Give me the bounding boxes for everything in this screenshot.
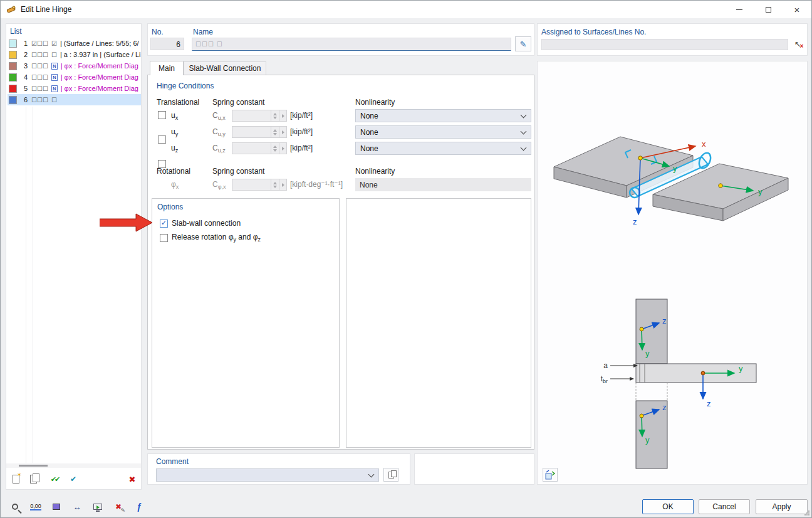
ok-button[interactable]: OK	[642, 499, 694, 514]
scrollbar-thumb[interactable]	[19, 465, 48, 467]
detail-arrow-icon	[282, 130, 284, 134]
uy-checkbox[interactable]	[158, 135, 166, 144]
unit-label: [kip/ft²]	[290, 144, 313, 152]
delete-annotation-button[interactable]: ✖✎	[110, 499, 127, 515]
axis-label-z: z	[633, 217, 637, 226]
detail-arrow-icon	[282, 114, 284, 118]
double-check-icon: ✔✔	[51, 475, 58, 484]
spring-constant-header: Spring constant	[212, 167, 264, 176]
zoom-select-button[interactable]	[7, 499, 23, 515]
edit-name-button[interactable]: ✎	[515, 36, 531, 51]
list-item[interactable]: 4 ☐☐☐ N | φx : Force/Moment Diag	[8, 71, 141, 83]
chevron-down-icon	[368, 471, 375, 477]
cancel-button[interactable]: Cancel	[699, 499, 750, 514]
hinge-color-swatch	[9, 96, 17, 104]
tab-main[interactable]: Main	[150, 61, 184, 75]
comment-side-panel	[414, 453, 534, 485]
dof-checkboxes[interactable]: ☑☐☐	[31, 40, 48, 47]
spring-constant-symbol: Cu,y	[212, 127, 226, 137]
list-item-selected[interactable]: 6 ☐☐☐ ☐	[8, 94, 141, 105]
list-item[interactable]: 5 ☐☐☐ N | φx : Force/Moment Diag	[8, 83, 141, 94]
spin-up-icon[interactable]	[273, 113, 277, 115]
ux-checkbox[interactable]	[158, 111, 166, 119]
toggle-graphic-button[interactable]	[543, 468, 558, 482]
hinge-color-swatch	[9, 51, 17, 59]
release-rotation-checkbox[interactable]	[160, 234, 168, 242]
nonlinearity-header: Nonlinearity	[355, 98, 395, 107]
comment-combobox[interactable]	[156, 468, 379, 482]
spin-detail-button[interactable]	[279, 127, 286, 137]
dof-checkboxes[interactable]: ☐☐☐	[31, 85, 48, 92]
dof-checkboxes[interactable]: ☐☐☐	[31, 74, 48, 81]
release-rotation-label: Release rotation φy and φz	[172, 233, 261, 243]
spin-detail-button[interactable]	[279, 110, 286, 121]
apply-check-button[interactable]: ✔	[65, 472, 81, 487]
main-tab-content: Hinge Conditions Translational Spring co…	[147, 75, 534, 450]
tab-slab-wall-connection[interactable]: Slab-Wall Connection	[184, 61, 266, 75]
axis-label-y: y	[645, 435, 650, 445]
minimize-button[interactable]	[725, 1, 754, 18]
swap-view-icon	[545, 470, 555, 480]
dof-label-uy: uy	[171, 127, 178, 137]
spring-constant-symbol: Cu,z	[212, 144, 226, 154]
copy-hinge-button[interactable]	[25, 472, 41, 487]
new-document-icon: ✶	[13, 475, 19, 484]
dof-checkboxes[interactable]: ☐☐☐	[31, 97, 48, 103]
resize-grip[interactable]	[804, 510, 810, 516]
unit-label: [kipft·deg⁻¹·ft⁻¹]	[290, 180, 343, 189]
select-all-checks-button[interactable]: ✔✔	[46, 472, 63, 487]
dof-checkboxes[interactable]: ☐☐☐	[31, 51, 48, 58]
list-item[interactable]: 2 ☐☐☐ ☐ | a : 3.937 in | (Surface / Li	[8, 49, 141, 60]
spinner-value	[232, 143, 271, 154]
rendering-toggle-button[interactable]	[48, 499, 65, 515]
nonlinearity-value: None	[360, 128, 521, 137]
spin-up-icon[interactable]	[273, 145, 277, 148]
spin-up-icon[interactable]	[273, 129, 277, 132]
list-panel: List 1 ☑☐☐ ☑ | (Surface / Lines: 5/55; 6…	[6, 23, 142, 490]
name-input[interactable]: ☐☐☐ ☐	[192, 38, 511, 51]
release-rotation-option[interactable]: Release rotation φy and φz	[160, 233, 261, 243]
spin-detail-button[interactable]	[279, 143, 286, 154]
uy-spring-spinner[interactable]	[232, 126, 287, 138]
slab-wall-connection-option[interactable]: Slab-wall connection	[160, 219, 241, 228]
name-part-checkboxes[interactable]: ☐☐☐ ☐	[195, 41, 223, 48]
spinner-value	[232, 179, 271, 190]
extra-checkbox[interactable]: ☐	[51, 51, 57, 58]
decimal-display: 0,00	[30, 503, 41, 511]
list-horizontal-scrollbar[interactable]	[6, 463, 141, 468]
uz-nonlinearity-select[interactable]: None	[355, 142, 531, 155]
list-item[interactable]: 1 ☑☐☐ ☑ | (Surface / Lines: 5/55; 6/	[8, 38, 141, 49]
assigned-input[interactable]	[541, 39, 788, 50]
maximize-button[interactable]	[754, 1, 783, 18]
dof-checkboxes[interactable]: ☐☐☐	[31, 63, 48, 70]
view-in-model-button[interactable]	[90, 499, 106, 515]
function-button[interactable]: ƒ	[131, 499, 147, 515]
uy-nonlinearity-select[interactable]: None	[355, 125, 531, 139]
ux-nonlinearity-select[interactable]: None	[355, 109, 531, 122]
spin-down-icon[interactable]	[273, 149, 277, 152]
hinge-number: 2	[19, 51, 28, 58]
decimal-places-button[interactable]: 0,00	[28, 499, 44, 515]
spin-down-icon[interactable]	[273, 133, 277, 135]
minimize-icon	[736, 9, 742, 10]
hinge-summary-text: | a : 3.937 in | (Surface / Li	[60, 51, 141, 58]
spin-down-icon[interactable]	[273, 117, 277, 119]
close-button[interactable]: ×	[783, 1, 811, 18]
nonlinearity-badge: N	[51, 85, 58, 92]
apply-button[interactable]: Apply	[756, 499, 808, 514]
ux-spring-spinner[interactable]	[232, 110, 287, 122]
delete-hinge-button[interactable]: ✖	[124, 472, 140, 487]
nonlinearity-value: None	[360, 181, 378, 189]
list-item[interactable]: 3 ☐☐☐ N | φx : Force/Moment Diag	[8, 60, 141, 71]
list-grid-line	[26, 107, 26, 463]
tab-main-label: Main	[159, 64, 175, 73]
slab-wall-connection-checkbox[interactable]	[160, 219, 168, 228]
extra-checkbox[interactable]: ☑	[51, 40, 57, 47]
dimensions-toggle-button[interactable]: ↔	[69, 499, 85, 515]
pick-objects-button[interactable]: ↖ ×	[791, 36, 807, 51]
new-hinge-button[interactable]: ✶	[8, 472, 24, 487]
uz-spring-spinner[interactable]	[232, 142, 287, 154]
copy-comment-button[interactable]	[383, 468, 398, 482]
extra-checkbox[interactable]: ☐	[51, 97, 57, 103]
delete-icon: ✖	[129, 475, 136, 484]
